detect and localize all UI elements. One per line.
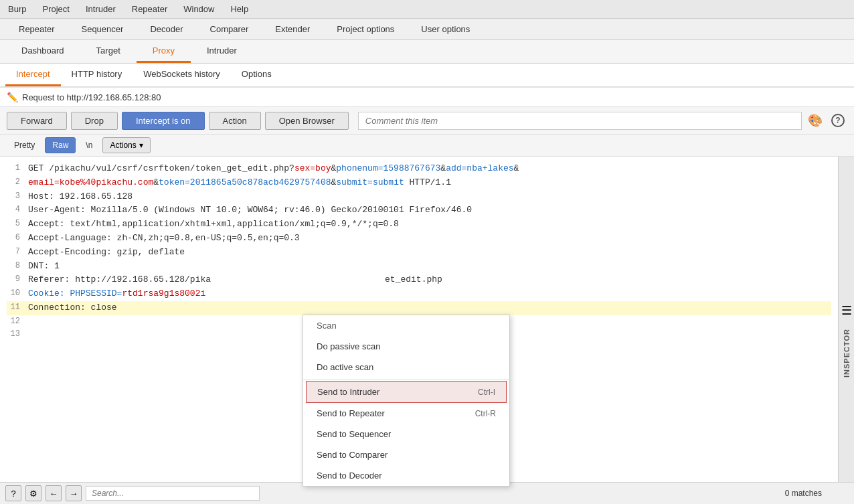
editor-toolbar: Pretty Raw \n Actions ▾ bbox=[0, 135, 854, 157]
search-input[interactable] bbox=[86, 486, 260, 501]
menu-intruder[interactable]: Intruder bbox=[83, 3, 118, 15]
table-row: 4User-Agent: Mozilla/5.0 (Windows NT 10.… bbox=[7, 203, 831, 218]
context-menu-send-intruder[interactable]: Send to Intruder Ctrl-I bbox=[306, 381, 507, 403]
line-content: Referer: http://192.168.65.128/pikaet_ed… bbox=[28, 273, 442, 287]
edit-icon: ✏️ bbox=[7, 92, 18, 102]
tab-comparer[interactable]: Comparer bbox=[197, 19, 262, 39]
color-picker-icon[interactable]: 🎨 bbox=[806, 111, 825, 130]
line-number: 4 bbox=[7, 203, 20, 218]
context-menu-send-comparer[interactable]: Send to Comparer bbox=[303, 444, 509, 465]
help-icon[interactable]: ? bbox=[829, 111, 847, 130]
tab-proxy[interactable]: Proxy bbox=[137, 40, 191, 63]
forward-nav-icon[interactable]: → bbox=[66, 485, 82, 501]
line-content: Accept: text/html,application/xhtml+xml,… bbox=[28, 218, 399, 232]
tab-raw[interactable]: Raw bbox=[45, 137, 76, 153]
tab-websockets-history[interactable]: WebSockets history bbox=[133, 64, 231, 86]
context-menu: Scan Do passive scan Do active scan Send… bbox=[303, 315, 510, 487]
actions-label: Actions bbox=[110, 141, 136, 150]
action-button[interactable]: Action bbox=[209, 112, 261, 130]
line-content: Host: 192.168.65.128 bbox=[28, 190, 133, 204]
tab-bar-proxy: Intercept HTTP history WebSockets histor… bbox=[0, 64, 854, 88]
tab-http-history[interactable]: HTTP history bbox=[61, 64, 133, 86]
table-row: 2email=kobe%40pikachu.com&token=2011865a… bbox=[7, 176, 831, 190]
intercept-button[interactable]: Intercept is on bbox=[122, 112, 205, 130]
inspector-label: INSPECTOR bbox=[843, 322, 851, 384]
settings-icon[interactable]: ⚙ bbox=[25, 485, 41, 501]
line-number: 12 bbox=[7, 315, 20, 328]
context-menu-passive-scan[interactable]: Do passive scan bbox=[303, 336, 509, 357]
table-row: 6Accept-Language: zh-CN,zh;q=0.8,en-US;q… bbox=[7, 232, 831, 246]
table-row: 1GET /pikachu/vul/csrf/csrftoken/token_g… bbox=[7, 162, 831, 176]
menu-window[interactable]: Window bbox=[181, 3, 217, 15]
context-menu-send-sequencer[interactable]: Send to Sequencer bbox=[303, 424, 509, 444]
table-row: 11Connection: close bbox=[7, 301, 831, 315]
tab-bar-tools: Repeater Sequencer Decoder Comparer Exte… bbox=[0, 19, 854, 40]
tab-project-options[interactable]: Project options bbox=[323, 19, 408, 39]
menu-repeater[interactable]: Repeater bbox=[129, 3, 170, 15]
tab-pretty[interactable]: Pretty bbox=[7, 137, 42, 153]
line-number: 13 bbox=[7, 328, 20, 341]
line-content: Accept-Language: zh-CN,zh;q=0.8,en-US;q=… bbox=[28, 232, 300, 246]
table-row: 8DNT: 1 bbox=[7, 260, 831, 274]
line-content: DNT: 1 bbox=[28, 260, 60, 274]
open-browser-button[interactable]: Open Browser bbox=[265, 112, 349, 130]
request-url: Request to http://192.168.65.128:80 bbox=[22, 92, 161, 102]
menu-bar: Burp Project Intruder Repeater Window He… bbox=[0, 0, 854, 19]
tab-decoder[interactable]: Decoder bbox=[137, 19, 196, 39]
matches-text: 0 matches bbox=[785, 489, 822, 498]
line-number: 9 bbox=[7, 273, 20, 287]
line-number: 3 bbox=[7, 190, 20, 204]
line-content: email=kobe%40pikachu.com&token=2011865a5… bbox=[28, 176, 451, 190]
line-content: Connection: close bbox=[28, 301, 117, 315]
request-bar: ✏️ Request to http://192.168.65.128:80 bbox=[0, 88, 854, 107]
line-content: Accept-Encoding: gzip, deflate bbox=[28, 246, 185, 260]
line-number: 10 bbox=[7, 287, 20, 301]
line-number: 1 bbox=[7, 162, 20, 176]
drop-button[interactable]: Drop bbox=[71, 112, 118, 130]
menu-help[interactable]: Help bbox=[228, 3, 251, 15]
tab-target[interactable]: Target bbox=[80, 40, 137, 63]
comment-input[interactable] bbox=[358, 112, 802, 130]
table-row: 3Host: 192.168.65.128 bbox=[7, 190, 831, 204]
line-content: User-Agent: Mozilla/5.0 (Windows NT 10.0… bbox=[28, 203, 472, 218]
tab-options[interactable]: Options bbox=[231, 64, 282, 86]
action-bar: Forward Drop Intercept is on Action Open… bbox=[0, 107, 854, 135]
forward-button[interactable]: Forward bbox=[7, 112, 67, 130]
menu-project[interactable]: Project bbox=[39, 3, 72, 15]
actions-dropdown[interactable]: Actions ▾ bbox=[102, 137, 150, 153]
menu-burp[interactable]: Burp bbox=[5, 3, 29, 15]
table-row: 7Accept-Encoding: gzip, deflate bbox=[7, 246, 831, 260]
tab-intercept[interactable]: Intercept bbox=[5, 64, 61, 86]
line-number: 2 bbox=[7, 176, 20, 190]
tab-newline[interactable]: \n bbox=[78, 137, 100, 153]
tab-user-options[interactable]: User options bbox=[408, 19, 483, 39]
line-number: 5 bbox=[7, 218, 20, 232]
line-number: 7 bbox=[7, 246, 20, 260]
tab-extender[interactable]: Extender bbox=[262, 19, 323, 39]
menu-lines-icon[interactable]: ☰ bbox=[837, 299, 855, 322]
context-menu-send-decoder[interactable]: Send to Decoder bbox=[303, 465, 509, 486]
tab-repeater[interactable]: Repeater bbox=[5, 19, 68, 39]
table-row: 9Referer: http://192.168.65.128/pikaet_e… bbox=[7, 273, 831, 287]
line-number: 8 bbox=[7, 260, 20, 274]
context-menu-active-scan[interactable]: Do active scan bbox=[303, 357, 509, 377]
actions-chevron-icon: ▾ bbox=[139, 141, 143, 150]
line-content: Cookie: PHPSESSID=rtd1rsa9g1s8002i bbox=[28, 287, 205, 301]
table-row: 10Cookie: PHPSESSID=rtd1rsa9g1s8002i bbox=[7, 287, 831, 301]
tab-dashboard[interactable]: Dashboard bbox=[5, 40, 80, 63]
line-number: 11 bbox=[7, 301, 20, 315]
line-content: GET /pikachu/vul/csrf/csrftoken/token_ge… bbox=[28, 162, 519, 176]
back-icon[interactable]: ← bbox=[46, 485, 62, 501]
line-number: 6 bbox=[7, 232, 20, 246]
tab-intruder[interactable]: Intruder bbox=[191, 40, 253, 63]
table-row: 5Accept: text/html,application/xhtml+xml… bbox=[7, 218, 831, 232]
tab-sequencer[interactable]: Sequencer bbox=[68, 19, 137, 39]
context-menu-scan[interactable]: Scan bbox=[303, 315, 509, 336]
tab-bar-main: Dashboard Target Proxy Intruder bbox=[0, 40, 854, 64]
inspector-sidebar: ☰ INSPECTOR bbox=[838, 157, 854, 504]
context-menu-send-repeater[interactable]: Send to Repeater Ctrl-R bbox=[303, 403, 509, 424]
help-bottom-icon[interactable]: ? bbox=[5, 485, 21, 501]
